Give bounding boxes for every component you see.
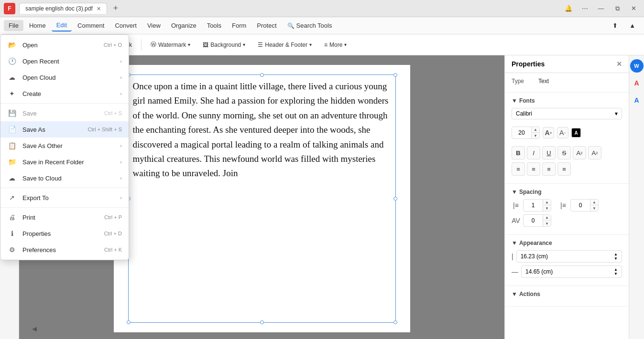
superscript-button[interactable]: A2 xyxy=(573,146,586,159)
rail-icon-3[interactable]: A xyxy=(630,94,644,107)
width-input[interactable]: 14.65 (cm) ▲ ▼ xyxy=(521,265,622,278)
bold-button[interactable]: B xyxy=(512,146,525,159)
paragraph-spacing-up[interactable]: ▲ xyxy=(590,200,598,205)
height-down[interactable]: ▼ xyxy=(614,256,618,261)
upload-button[interactable]: ⬆ xyxy=(608,20,622,31)
font-size-value: 20 xyxy=(512,128,531,138)
align-left-button[interactable]: ≡ xyxy=(512,162,525,176)
line-spacing-spinner[interactable]: 1 ▲ ▼ xyxy=(523,199,551,212)
watermark-button[interactable]: Ⓦ Watermark ▾ xyxy=(145,38,196,52)
window-controls: 🔔 ⋯ — ⧉ ✕ xyxy=(562,2,640,15)
width-up[interactable]: ▲ xyxy=(614,267,618,272)
menu-export-to[interactable]: ↗ Export To › xyxy=(0,190,129,206)
char-spacing-up[interactable]: ▲ xyxy=(543,215,551,221)
align-right-button[interactable]: ≡ xyxy=(542,162,556,176)
menu-open-cloud[interactable]: ☁ Open Cloud › xyxy=(0,69,129,85)
menu-view[interactable]: View xyxy=(142,20,165,31)
menu-save[interactable]: 💾 Save Ctrl + S xyxy=(0,105,129,121)
font-color-indicator[interactable]: A xyxy=(571,128,581,138)
menu-convert[interactable]: Convert xyxy=(110,20,142,31)
menu-print[interactable]: 🖨 Print Ctrl + P xyxy=(0,209,129,225)
prev-page-button[interactable]: ◀ xyxy=(29,323,40,334)
menu-edit[interactable]: Edit xyxy=(52,20,72,32)
menu-preferences[interactable]: ⚙ Preferences Ctrl + K xyxy=(0,242,129,258)
appearance-section-title[interactable]: ▼ Appearance xyxy=(512,240,622,246)
height-icon: | xyxy=(512,253,513,260)
font-size-spinner[interactable]: 20 ▲ ▼ xyxy=(512,127,540,139)
font-size-increase-btn[interactable]: A+ xyxy=(543,127,554,138)
collapse-ribbon-button[interactable]: ▲ xyxy=(624,20,640,31)
handle-bottom-right[interactable] xyxy=(393,320,397,324)
menu-open-recent[interactable]: 🕐 Open Recent › xyxy=(0,53,129,69)
close-button[interactable]: ✕ xyxy=(627,2,640,15)
fonts-title: Fonts xyxy=(519,97,535,104)
menu-save-in-recent[interactable]: 📁 Save in Recent Folder › xyxy=(0,154,129,170)
active-tab[interactable]: sample english doc (3).pdf ✕ xyxy=(19,3,107,14)
menu-divider-1 xyxy=(0,103,129,104)
header-footer-button[interactable]: ☰ Header & Footer ▾ xyxy=(252,39,317,51)
handle-bottom-middle[interactable] xyxy=(260,320,264,324)
paragraph-spacing-icon: |≡ xyxy=(559,201,568,209)
restore-button[interactable]: ⧉ xyxy=(611,2,624,15)
align-justify-button[interactable]: ≡ xyxy=(557,162,571,176)
spacing-section-title[interactable]: ▼ Spacing xyxy=(512,189,622,195)
paragraph-spacing-down[interactable]: ▼ xyxy=(590,205,598,211)
pdf-page: Once upon a time in a quaint little vill… xyxy=(114,65,410,332)
menu-save-as[interactable]: 📄 Save As Ctrl + Shift + S xyxy=(0,121,129,138)
underline-button[interactable]: U xyxy=(542,146,556,159)
menu-form[interactable]: Form xyxy=(227,20,251,31)
fonts-section-title[interactable]: ▼ Fonts xyxy=(512,97,622,104)
right-icon-rail: W A A xyxy=(629,55,644,339)
font-selector[interactable]: Calibri ▾ xyxy=(512,108,622,119)
char-spacing-down[interactable]: ▼ xyxy=(543,221,551,226)
paragraph-spacing-spinner[interactable]: 0 ▲ ▼ xyxy=(570,199,599,212)
menu-file[interactable]: File xyxy=(4,20,23,31)
actions-section-title[interactable]: ▼ Actions xyxy=(512,291,622,297)
menu-tools[interactable]: Tools xyxy=(202,20,226,31)
font-size-up[interactable]: ▲ xyxy=(532,127,539,133)
font-size-decrease-btn[interactable]: A− xyxy=(557,127,568,138)
menu-properties[interactable]: ℹ Properties Ctrl + D xyxy=(0,225,129,242)
rail-icon-2[interactable]: A xyxy=(630,76,644,90)
line-spacing-down[interactable]: ▼ xyxy=(543,205,551,211)
menu-search-tools[interactable]: 🔍 Search Tools xyxy=(283,20,337,31)
subscript-button[interactable]: A2 xyxy=(588,146,601,159)
height-up[interactable]: ▲ xyxy=(614,252,618,256)
pdf-text-content: Once upon a time in a quaint little vill… xyxy=(133,79,396,181)
new-tab-button[interactable]: + xyxy=(110,3,121,14)
actions-title: Actions xyxy=(519,291,540,297)
handle-middle-right[interactable] xyxy=(393,197,397,201)
main-layout: 📄 🔖 🔍 💬 📂 Open Ctrl + O 🕐 Open Recent › … xyxy=(0,55,644,339)
notification-button[interactable]: 🔔 xyxy=(562,2,575,15)
export-icon: ↗ xyxy=(7,193,17,202)
strikethrough-button[interactable]: S xyxy=(557,146,571,159)
char-spacing-icon: AV xyxy=(512,217,520,224)
more-button[interactable]: ≡ More ▾ xyxy=(319,39,352,51)
handle-top-middle[interactable] xyxy=(260,73,264,77)
rail-icon-1[interactable]: W xyxy=(630,59,644,73)
menu-home[interactable]: Home xyxy=(24,20,51,31)
align-buttons-row: ≡ ≡ ≡ ≡ xyxy=(512,162,622,176)
line-spacing-up[interactable]: ▲ xyxy=(543,200,551,205)
more-options-button[interactable]: ⋯ xyxy=(578,2,591,15)
menu-save-as-other[interactable]: 📋 Save As Other › xyxy=(0,138,129,154)
align-center-button[interactable]: ≡ xyxy=(527,162,540,176)
handle-top-right[interactable] xyxy=(393,73,397,77)
menu-save-to-cloud[interactable]: ☁ Save to Cloud › xyxy=(0,170,129,186)
minimize-button[interactable]: — xyxy=(594,2,608,15)
background-button[interactable]: 🖼 Background ▾ xyxy=(197,39,251,51)
tab-close-icon[interactable]: ✕ xyxy=(97,6,101,12)
type-row: Type Text xyxy=(512,78,622,85)
menu-organize[interactable]: Organize xyxy=(166,20,201,31)
italic-button[interactable]: I xyxy=(527,146,540,159)
char-spacing-spinner[interactable]: 0 ▲ ▼ xyxy=(523,214,551,227)
font-size-down[interactable]: ▼ xyxy=(532,133,539,138)
menu-comment[interactable]: Comment xyxy=(73,20,109,31)
menu-protect[interactable]: Protect xyxy=(252,20,281,31)
properties-panel-close[interactable]: ✕ xyxy=(616,60,622,68)
handle-bottom-left[interactable] xyxy=(127,320,131,324)
height-input[interactable]: 16.23 (cm) ▲ ▼ xyxy=(516,250,622,263)
width-down[interactable]: ▼ xyxy=(614,272,618,276)
menu-create[interactable]: ✦ Create › xyxy=(0,85,129,102)
menu-open[interactable]: 📂 Open Ctrl + O xyxy=(0,37,129,53)
